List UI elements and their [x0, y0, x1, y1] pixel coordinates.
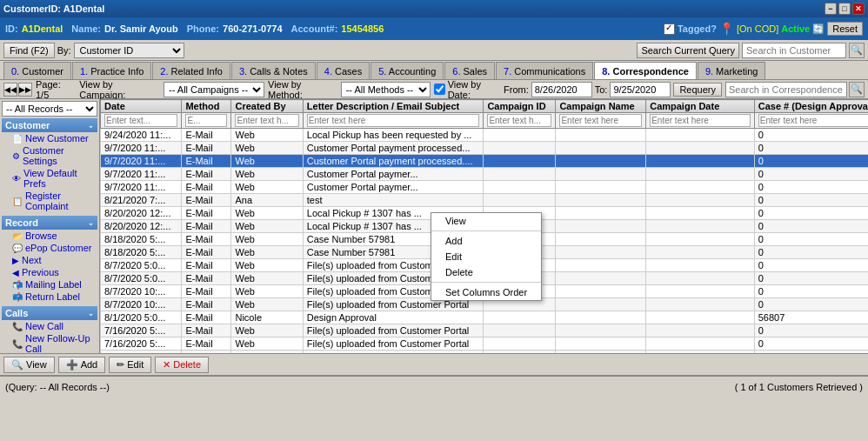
tab-practice-info[interactable]: 1. Practice Info [72, 62, 151, 79]
table-cell: E-Mail [182, 155, 231, 168]
table-cell: 8/18/2020 5:... [101, 233, 182, 246]
table-row[interactable]: 7/16/2020 5:...E-MailWebFile(s) uploaded… [101, 351, 869, 354]
context-menu-edit[interactable]: Edit [431, 249, 541, 264]
tagged-checkbox[interactable] [664, 23, 675, 35]
nav-first-button[interactable]: ◀◀ [3, 83, 17, 97]
table-row[interactable]: 9/7/2020 11:...E-MailWebCustomer Portal … [101, 142, 869, 155]
campaign-select[interactable]: -- All Campaigns -- [164, 82, 264, 97]
record-section-header[interactable]: Record ⌄ [2, 216, 97, 230]
filter-campaign-date[interactable] [650, 114, 751, 127]
tab-cases[interactable]: 4. Cases [317, 62, 370, 79]
tab-sales[interactable]: 6. Sales [444, 62, 495, 79]
tab-marketing[interactable]: 9. Marketing [698, 62, 766, 79]
phone-value: 760-271-0774 [223, 23, 283, 34]
table-cell [484, 129, 556, 142]
tab-correspondence[interactable]: 8. Correspondence [594, 62, 697, 79]
minimize-button[interactable]: − [825, 3, 837, 15]
context-menu-delete[interactable]: Delete [431, 264, 541, 280]
filter-method[interactable] [185, 114, 227, 127]
table-filter-row [101, 113, 869, 129]
table-cell: 0 [754, 168, 868, 181]
table-row[interactable]: 8/1/2020 5:0...E-MailNicoleDesign Approv… [101, 311, 869, 324]
close-button[interactable]: ✕ [852, 3, 865, 15]
new-customer-icon: 📄 [12, 134, 23, 144]
sidebar-item-new-customer[interactable]: 📄New Customer [2, 132, 97, 144]
context-menu-set-columns[interactable]: Set Columns Order [431, 284, 541, 300]
title-text: CustomerID: A1Dental [3, 3, 104, 14]
table-row[interactable]: 7/16/2020 5:...E-MailWebFile(s) uploaded… [101, 324, 869, 337]
context-menu-add[interactable]: Add [431, 233, 541, 249]
nav-next-button[interactable]: ▶▶ [18, 83, 32, 97]
table-cell [556, 168, 646, 181]
phone-field: Phone: 760-271-0774 [187, 23, 283, 34]
sidebar-item-customer-settings[interactable]: ⚙Customer Settings [2, 144, 97, 167]
table-row[interactable]: 9/7/2020 11:...E-MailWebCustomer Portal … [101, 155, 869, 168]
table-row[interactable]: 9/24/2020 11:...E-MailWebLocal Pickup ha… [101, 129, 869, 142]
table-row[interactable]: 9/7/2020 11:...E-MailWebCustomer Portal … [101, 181, 869, 194]
filter-desc[interactable] [307, 114, 480, 127]
tab-related-info[interactable]: 2. Related Info [152, 62, 230, 79]
search-input[interactable] [742, 43, 846, 58]
method-select[interactable]: -- All Methods -- E-Mail Track [341, 82, 431, 97]
search-correspondence-input[interactable] [725, 82, 847, 97]
sort-select[interactable]: Customer ID Customer ID/Legacy Last Name… [74, 43, 184, 58]
table-cell [556, 233, 646, 246]
reset-button[interactable]: Reset [827, 22, 863, 36]
customer-section-header[interactable]: Customer ⌄ [2, 118, 97, 132]
table-cell: E-Mail [182, 194, 231, 207]
table-row[interactable]: 9/7/2020 11:...E-MailWebCustomer Portal … [101, 168, 869, 181]
table-cell: 8/20/2020 12:... [101, 220, 182, 233]
requery-button[interactable]: Requery [673, 83, 722, 97]
table-cell: 0 [754, 272, 868, 285]
tab-communications[interactable]: 7. Communications [496, 62, 593, 79]
account-value: 15454856 [341, 23, 384, 34]
filter-date[interactable] [104, 114, 177, 127]
status-right: ( 1 of 1 Customers Retrieved ) [735, 382, 863, 392]
settings-icon: ⚙ [12, 151, 20, 161]
to-date-input[interactable] [610, 82, 671, 97]
account-field: Account#: 15454856 [291, 23, 384, 34]
table-cell: E-Mail [182, 311, 231, 324]
filter-campaign-name[interactable] [559, 114, 642, 127]
tab-calls-notes[interactable]: 3. Calls & Notes [231, 62, 316, 79]
view-by-date: View by Date: From: To: Requery [434, 79, 722, 100]
sidebar-item-browse[interactable]: 📂Browse [2, 230, 97, 242]
table-cell: 0 [754, 259, 868, 272]
tab-accounting[interactable]: 5. Accounting [371, 62, 444, 79]
table-row[interactable]: 8/21/2020 7:...E-MailAnatest0 [101, 194, 869, 207]
customer-section: Customer ⌄ 📄New Customer ⚙Customer Setti… [2, 118, 97, 212]
sidebar-item-next[interactable]: ▶Next [2, 254, 97, 266]
view-button[interactable]: 🔍 View [3, 357, 55, 373]
sidebar-item-epop-customer[interactable]: 💬ePop Customer [2, 242, 97, 254]
calls-section-header[interactable]: Calls ⌄ [2, 306, 97, 320]
search-go-button[interactable]: 🔍 [849, 43, 865, 58]
table-row[interactable]: 7/16/2020 5:...E-MailWebFile(s) uploaded… [101, 337, 869, 351]
sidebar-item-previous[interactable]: ◀Previous [2, 266, 97, 278]
sidebar-item-new-call[interactable]: 📞New Call [2, 320, 97, 332]
sidebar-item-view-default-prefs[interactable]: 👁View Default Prefs [2, 167, 97, 190]
records-select[interactable]: -- All Records -- [2, 101, 97, 117]
view-date-checkbox[interactable] [434, 84, 445, 95]
context-menu-view[interactable]: View [431, 213, 541, 229]
filter-created[interactable] [235, 114, 298, 127]
view-date-label: View by Date: [448, 79, 501, 100]
sidebar-item-return-label[interactable]: 📫Return Label [2, 291, 97, 303]
add-button[interactable]: ➕ Add [58, 357, 106, 373]
sidebar-item-register-complaint[interactable]: 📋Register Complaint [2, 190, 97, 212]
search-correspondence-button[interactable]: 🔍 [849, 82, 865, 97]
from-date-input[interactable] [531, 82, 592, 97]
find-button[interactable]: Find (F2) [3, 43, 55, 58]
sidebar-item-new-followup-call[interactable]: 📞New Follow-Up Call [2, 332, 97, 353]
search-current-button[interactable]: Search Current Query [637, 43, 739, 58]
filter-campaign-id[interactable] [487, 114, 551, 127]
customer-section-label: Customer [5, 120, 50, 130]
to-label: To: [595, 84, 608, 95]
maximize-button[interactable]: □ [838, 3, 851, 15]
phone-label: Phone: [187, 23, 219, 34]
table-cell [556, 181, 646, 194]
tab-customer[interactable]: 0. Customer [3, 62, 71, 79]
sidebar-item-mailing-label[interactable]: 📬Mailing Label [2, 278, 97, 291]
delete-button[interactable]: ✕ Delete [155, 357, 209, 373]
filter-case[interactable] [758, 114, 868, 127]
edit-button[interactable]: ✏ Edit [109, 357, 151, 373]
